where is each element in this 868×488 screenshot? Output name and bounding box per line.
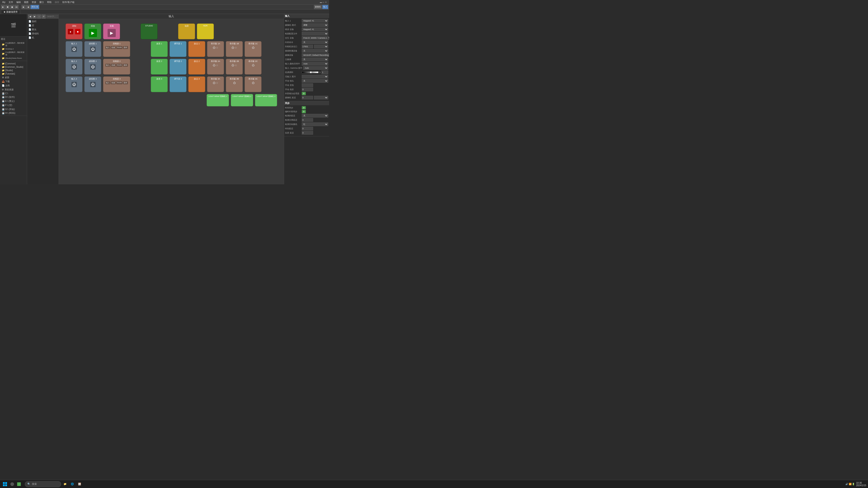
node-studio[interactable]: STUDIO [141, 24, 158, 39]
dir-sysres[interactable]: ⚙ 系统资源 [1, 88, 26, 92]
disp2c-power[interactable]: ⏻ [252, 64, 254, 67]
recent-item-3[interactable]: 📁 FV(虚拟制片...我的资源面 [1, 51, 26, 57]
node-disp3a[interactable]: 吞示版 3A ⏻ ☆ [207, 76, 224, 92]
node-disp2b[interactable]: 吞示版 2B ⏻ ☆ [226, 59, 243, 74]
no-input-dropdown[interactable] [302, 75, 328, 78]
browser-up[interactable]: ↑ [37, 14, 41, 19]
play-btn[interactable]: ▶ [89, 29, 97, 37]
virt2-power[interactable]: ⏻ [90, 64, 96, 70]
disp2a-power[interactable]: ⏻ [213, 64, 215, 67]
toolbar-btn-6[interactable]: ◀ [26, 5, 30, 9]
menu-software[interactable]: 软件/客户端 [61, 1, 76, 4]
node-input1[interactable]: 输入 1 ⏻ [66, 41, 83, 57]
disp2b-power[interactable]: ⏻ [231, 64, 234, 67]
timecode-toggle[interactable]: 开 [302, 110, 306, 113]
toolbar-btn-5[interactable]: ▶ [22, 5, 26, 9]
node-play[interactable]: 回放 ▶ [84, 24, 101, 39]
node-input2[interactable]: 输入 2 ⏻ [66, 59, 83, 74]
node-mix3[interactable]: 混视器 3 输入 色键 Studio 最终 [103, 76, 130, 92]
menu-help[interactable]: 帮助 [46, 1, 53, 4]
virt1-power[interactable]: ⏻ [90, 46, 96, 52]
dir-tutorials[interactable]: 📁 [Tutorials] [1, 72, 26, 75]
node-disp3b[interactable]: 吞示版 3B ⏻ [226, 76, 243, 92]
port-input[interactable] [302, 45, 313, 48]
color-slider[interactable] [302, 71, 318, 73]
dir-studio[interactable]: 📁 [Studio] [1, 69, 26, 72]
node-lightwrap2[interactable]: LIGHT WRAP 图像机-2 [231, 94, 253, 106]
toolbar-btn-4[interactable]: ⏭ [14, 5, 19, 9]
camera-device-dropdown[interactable]: Mapped: #1 [302, 19, 328, 23]
dir-e[interactable]: 💾 E:\ (禁止) [1, 99, 26, 103]
dir-desktop[interactable]: 🖥 桌面 [1, 75, 26, 79]
browser-item-3[interactable]: 📄 聚光 [28, 28, 58, 32]
dir-c[interactable]: 💾 C:\ [1, 92, 26, 95]
disp1a-star[interactable]: ☆ [216, 46, 218, 49]
node-input3[interactable]: 输入 3 ⏻ [66, 76, 83, 92]
node-fade3[interactable]: 故意 3 [151, 76, 168, 92]
browser-item-4[interactable]: 📄 滑动到 [28, 32, 58, 36]
profile-dropdown[interactable] [302, 32, 328, 35]
audio-btn[interactable]: ▶ [107, 29, 116, 37]
node-mix2[interactable]: 混视器 2 输入 色键 Studio 最终 [103, 59, 130, 74]
menu-view[interactable]: 视图 [23, 1, 30, 4]
recent-item-2[interactable]: 📁 Desktop-2 [1, 47, 26, 51]
manual-focus-input[interactable] [302, 88, 313, 91]
err-dev-dropdown[interactable]: Mapped: #1 [302, 28, 328, 31]
gamma-dropdown[interactable]: Auto [303, 66, 328, 70]
interact-dropdown[interactable]: Free-D: 40000 / Camera 1 [302, 36, 329, 40]
disp3b-power[interactable]: ⏻ [233, 81, 236, 85]
special-delay-input[interactable] [302, 127, 313, 130]
dir-download[interactable]: 📥 下载 [1, 79, 26, 84]
timesync-toggle[interactable]: 开 [302, 106, 306, 109]
detect-result-input[interactable] [302, 118, 313, 122]
node-fade1[interactable]: 故意 1 [151, 41, 168, 57]
port-arrow[interactable] [314, 45, 328, 48]
rec-stop-btn[interactable]: ■ [68, 29, 73, 34]
toolbar-input[interactable]: 输入 [322, 5, 328, 9]
menu-edit[interactable]: 编辑 [15, 1, 22, 4]
node-disp1a[interactable]: 吞示版 1A ⏻ ☆ [207, 41, 224, 57]
node-lightwrap1[interactable]: LIGHT WRAP 图像机-1 [207, 94, 229, 106]
dir-docs[interactable]: 📄 文档 [1, 84, 26, 88]
node-disp3c[interactable]: 吞示版 3C ⏻ [245, 76, 261, 92]
dir-common[interactable]: 📁 [Common] [1, 62, 26, 65]
detect-delay-dropdown[interactable]: 关 [302, 114, 328, 118]
dir-g[interactable]: 💾 G:\ (开始) [1, 107, 26, 111]
virt3-power[interactable]: ⏻ [90, 82, 96, 87]
colorspace-dropdown[interactable]: Auto [302, 62, 328, 66]
dir-f[interactable]: 💾 F:\ (空) [1, 103, 26, 107]
input2-power[interactable]: ⏻ [71, 64, 77, 70]
main-freq-dropdown[interactable]: 关 [302, 58, 328, 61]
node-fade2[interactable]: 故意 2 [151, 59, 168, 74]
toolbar-btn-1[interactable]: ▶ [1, 5, 5, 9]
plugin-dropdown[interactable]: 关 [302, 49, 328, 53]
node-tune2[interactable]: 调节器 2 [169, 59, 186, 74]
browser-refresh[interactable]: ↺ [41, 14, 46, 19]
node-spot3[interactable]: 故点 3 [188, 76, 205, 92]
recent-item-1[interactable]: 📁 FV(虚拟制片...我的资源面 [1, 41, 26, 47]
ext-lens-toggle[interactable]: 开 [302, 92, 306, 95]
dir-h[interactable]: 💾 H:\ (ROG) [1, 111, 26, 115]
disp3a-star[interactable]: ☆ [216, 81, 218, 85]
node-spot2[interactable]: 故点 2 [188, 59, 205, 74]
node-disp2c[interactable]: 吞示版 2C ⏻ [245, 59, 261, 74]
disp3c-power[interactable]: ⏻ [252, 81, 254, 85]
menu-aiy[interactable]: Aiy [1, 1, 7, 3]
cam-delay-arrow[interactable] [314, 96, 328, 99]
browser-back[interactable]: ◀ [28, 14, 32, 19]
manual-zoom-input[interactable] [302, 84, 313, 87]
browser-item-2[interactable]: 📄 层 [28, 24, 58, 28]
disp1b-star[interactable]: ☆ [235, 46, 237, 49]
menu-window[interactable]: 窗口 [38, 1, 45, 4]
fwd-dropdown[interactable]: 关 [302, 40, 328, 44]
toolbar-debugmode[interactable]: 调试-场 [31, 5, 39, 9]
toolbar-btn-2[interactable]: ⏹ [5, 5, 9, 9]
dir-d[interactable]: 💾 D:\ (软件) [1, 95, 26, 99]
browser-fwd[interactable]: ▶ [33, 14, 37, 19]
browser-item-1[interactable]: 📄 版积 [28, 20, 58, 24]
disp2b-star[interactable]: ☆ [235, 64, 237, 67]
tab-new-scene[interactable]: ★ 新建场景旁 [1, 10, 20, 14]
node-hdr[interactable]: HDR [197, 24, 214, 39]
menu-file[interactable]: 文件 [7, 1, 14, 4]
input3-power[interactable]: ⏻ [71, 82, 77, 87]
